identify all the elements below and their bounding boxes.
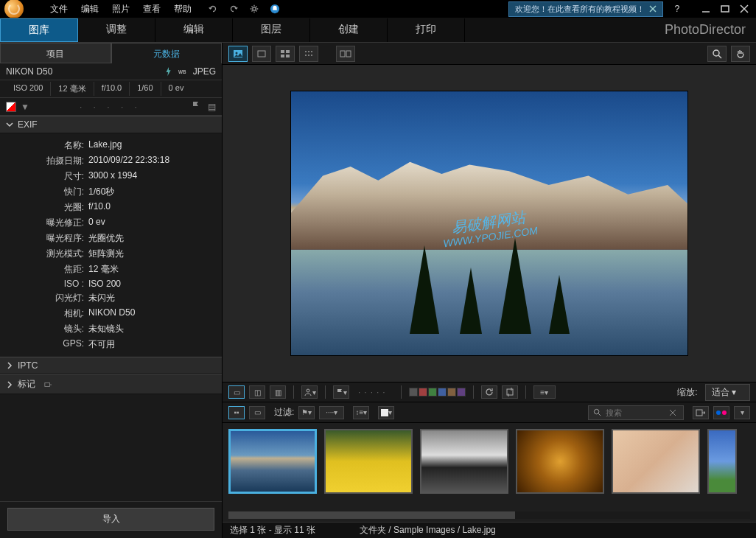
svg-point-17 bbox=[308, 55, 309, 56]
zoom-tool[interactable] bbox=[707, 46, 727, 62]
redo-icon[interactable] bbox=[228, 4, 239, 14]
svg-point-22 bbox=[307, 389, 309, 392]
exif-body: 名称:Lake.jpg 拍摄日期:2010/09/22 22:33:18 尺寸:… bbox=[0, 133, 222, 357]
help-icon[interactable]: ? bbox=[672, 4, 682, 14]
bell-icon[interactable] bbox=[270, 4, 280, 14]
tab-layers[interactable]: 图层 bbox=[233, 18, 310, 42]
svg-point-16 bbox=[305, 55, 307, 56]
meta-shutter: 1/60 bbox=[130, 82, 161, 96]
left-tab-project[interactable]: 项目 bbox=[0, 43, 111, 63]
export-button[interactable] bbox=[693, 406, 709, 419]
chevron-right-icon bbox=[6, 381, 13, 388]
thumbnail-5[interactable] bbox=[612, 429, 700, 494]
svg-point-7 bbox=[236, 52, 238, 54]
thumbnail-3[interactable] bbox=[420, 429, 508, 494]
import-button[interactable]: 导入 bbox=[7, 508, 214, 531]
view-single[interactable] bbox=[228, 46, 248, 62]
section-tags[interactable]: 标记 bbox=[0, 374, 222, 394]
tab-create[interactable]: 创建 bbox=[310, 18, 388, 42]
preview-area[interactable]: 易破解网站 WWW.YPOJIE.COM bbox=[223, 65, 756, 382]
svg-text:?: ? bbox=[675, 4, 680, 14]
status-path: 文件夹 / Sample Images / Lake.jpg bbox=[360, 524, 496, 537]
view-grid[interactable] bbox=[276, 46, 295, 62]
menu-help[interactable]: 帮助 bbox=[174, 3, 192, 15]
thumb-size-large[interactable]: ▭ bbox=[249, 406, 265, 419]
svg-point-14 bbox=[308, 51, 309, 52]
layout-single[interactable]: ▭ bbox=[228, 385, 245, 399]
filter-color[interactable]: ▾ bbox=[378, 406, 394, 419]
close-window-icon[interactable] bbox=[740, 4, 749, 13]
tag-add-icon[interactable] bbox=[44, 381, 52, 388]
more-button[interactable]: ▾ bbox=[734, 406, 750, 419]
rating-dots[interactable]: · · · · · bbox=[34, 102, 187, 112]
color-labels[interactable] bbox=[409, 388, 466, 396]
svg-rect-25 bbox=[696, 410, 702, 416]
crop-button[interactable] bbox=[502, 385, 518, 399]
search-box[interactable] bbox=[588, 405, 684, 420]
section-iptc[interactable]: IPTC bbox=[0, 357, 222, 374]
gear-icon[interactable] bbox=[249, 4, 259, 14]
view-compare[interactable] bbox=[336, 46, 355, 62]
svg-rect-8 bbox=[258, 51, 265, 57]
flag-button[interactable]: ▾ bbox=[333, 385, 349, 399]
meta-focal: 12 毫米 bbox=[51, 82, 94, 96]
search-input[interactable] bbox=[606, 408, 665, 417]
filter-label: 过滤: bbox=[274, 406, 294, 419]
thumbnail-2[interactable] bbox=[324, 429, 413, 494]
tab-edit[interactable]: 编辑 bbox=[155, 18, 233, 42]
clear-search-icon[interactable] bbox=[669, 409, 676, 416]
maximize-icon[interactable] bbox=[721, 4, 729, 13]
notification-banner[interactable]: 欢迎您！在此查看所有的教程视频！ bbox=[508, 1, 663, 17]
menu-photo[interactable]: 照片 bbox=[112, 3, 130, 15]
filter-rating[interactable]: ····▾ bbox=[319, 406, 344, 419]
thumb-size-small[interactable]: ▪▪ bbox=[228, 406, 245, 419]
chevron-down-icon bbox=[6, 121, 13, 128]
rotate-button[interactable] bbox=[481, 385, 497, 399]
svg-point-15 bbox=[311, 51, 312, 52]
svg-point-13 bbox=[305, 51, 307, 52]
format-label: JPEG bbox=[193, 66, 216, 77]
status-bar: 选择 1 张 - 显示 11 张 文件夹 / Sample Images / L… bbox=[223, 522, 756, 538]
menu-edit[interactable]: 编辑 bbox=[81, 3, 99, 15]
flag-icon[interactable] bbox=[192, 101, 200, 110]
view-dots[interactable] bbox=[299, 46, 318, 62]
zoom-select[interactable]: 适合 ▾ bbox=[705, 384, 750, 401]
flickr-button[interactable] bbox=[713, 406, 729, 419]
close-icon[interactable] bbox=[649, 5, 657, 13]
filter-sort[interactable]: ↕≡▾ bbox=[353, 406, 369, 419]
status-selection: 选择 1 张 - 显示 11 张 bbox=[230, 524, 315, 537]
tab-library[interactable]: 图库 bbox=[0, 18, 78, 42]
view-fit[interactable] bbox=[252, 46, 271, 62]
svg-point-0 bbox=[253, 7, 256, 10]
undo-icon[interactable] bbox=[208, 4, 218, 14]
face-tag-button[interactable]: ▾ bbox=[301, 385, 318, 399]
left-tab-metadata[interactable]: 元数据 bbox=[111, 43, 223, 63]
thumbnail-1[interactable] bbox=[228, 429, 317, 494]
filter-flag[interactable]: ⚑▾ bbox=[298, 406, 315, 419]
thumbnails-scrollbar[interactable] bbox=[228, 511, 750, 519]
app-brand: PhotoDirector bbox=[665, 22, 746, 38]
pan-tool[interactable] bbox=[731, 46, 750, 62]
section-exif[interactable]: EXIF bbox=[0, 116, 222, 133]
app-logo[interactable] bbox=[4, 0, 24, 18]
meta-ev: 0 ev bbox=[161, 82, 192, 96]
sort-button[interactable]: ≡▾ bbox=[533, 385, 556, 399]
chevron-right-icon bbox=[6, 362, 13, 369]
meta-iso: ISO 200 bbox=[6, 82, 51, 96]
menu-file[interactable]: 文件 bbox=[50, 3, 68, 15]
svg-rect-20 bbox=[346, 51, 351, 57]
layout-split[interactable]: ◫ bbox=[249, 385, 265, 399]
svg-rect-5 bbox=[45, 382, 50, 386]
filter-toolbar: ▪▪ ▭ 过滤: ⚑▾ ····▾ ↕≡▾ ▾ ▾ bbox=[223, 402, 756, 423]
tab-adjust[interactable]: 调整 bbox=[78, 18, 155, 42]
color-label-swatch[interactable] bbox=[6, 102, 16, 112]
thumbnail-6[interactable] bbox=[707, 429, 737, 494]
minimize-icon[interactable] bbox=[701, 4, 710, 13]
svg-point-18 bbox=[311, 55, 312, 56]
menu-bar: 文件 编辑 照片 查看 帮助 bbox=[50, 3, 192, 15]
menu-view[interactable]: 查看 bbox=[143, 3, 161, 15]
notification-text: 欢迎您！在此查看所有的教程视频！ bbox=[515, 4, 645, 15]
thumbnail-4[interactable] bbox=[516, 429, 604, 494]
layout-triple[interactable]: ▥ bbox=[270, 385, 286, 399]
tab-print[interactable]: 打印 bbox=[388, 18, 465, 42]
